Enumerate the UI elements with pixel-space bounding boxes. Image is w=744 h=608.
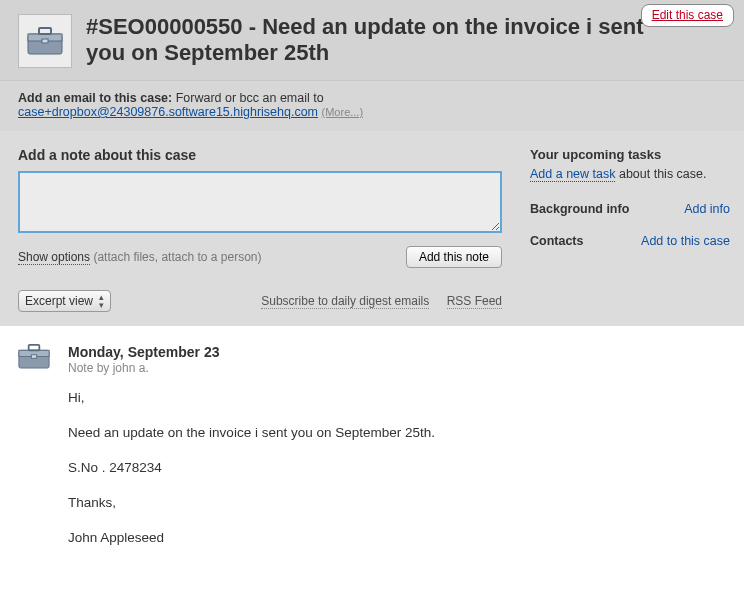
show-options-link[interactable]: Show options: [18, 250, 90, 265]
note-paragraph: Hi,: [68, 389, 468, 408]
edit-case-link[interactable]: Edit this case: [652, 8, 723, 22]
background-info-heading: Background info: [530, 202, 629, 216]
dropbox-email-link[interactable]: case+dropbox@24309876.software15.highris…: [18, 105, 318, 119]
add-task-suffix: about this case.: [615, 167, 706, 181]
email-bar-instruction: Forward or bcc an email to: [172, 91, 323, 105]
note-date: Monday, September 23: [68, 344, 726, 360]
svg-rect-7: [31, 355, 36, 359]
case-header: Edit this case #SEO00000550 - Need an up…: [0, 0, 744, 80]
add-note-heading: Add a note about this case: [18, 147, 502, 163]
note-paragraph: S.No . 2478234: [68, 459, 468, 478]
email-bar-more[interactable]: (More...): [322, 106, 364, 118]
note-textarea[interactable]: [18, 171, 502, 233]
svg-rect-6: [29, 345, 40, 350]
view-mode-select[interactable]: Excerpt view ▴▾: [18, 290, 111, 312]
svg-rect-3: [42, 39, 48, 43]
case-icon-box: [18, 14, 72, 68]
note-paragraph: Need an update on the invoice i sent you…: [68, 424, 468, 443]
upcoming-tasks-heading: Your upcoming tasks: [530, 147, 730, 162]
contacts-heading: Contacts: [530, 234, 583, 248]
note-content: Hi, Need an update on the invoice i sent…: [68, 389, 726, 547]
add-contact-link[interactable]: Add to this case: [641, 234, 730, 248]
briefcase-icon: [18, 344, 50, 369]
case-title: #SEO00000550 - Need an update on the inv…: [86, 14, 666, 67]
note-author-meta: Note by john a.: [68, 361, 726, 375]
rss-feed-link[interactable]: RSS Feed: [447, 294, 502, 309]
note-thread: Monday, September 23 Note by john a. Hi,…: [0, 326, 744, 593]
view-toolbar: Excerpt view ▴▾ Subscribe to daily diges…: [18, 290, 502, 312]
svg-rect-2: [39, 28, 51, 34]
add-note-button[interactable]: Add this note: [406, 246, 502, 268]
note-paragraph: Thanks,: [68, 494, 468, 513]
show-options-wrap: Show options (attach files, attach to a …: [18, 250, 261, 264]
email-bar-label: Add an email to this case:: [18, 91, 172, 105]
edit-case-pill: Edit this case: [641, 4, 734, 27]
view-mode-label: Excerpt view: [25, 294, 93, 308]
left-column: Add a note about this case Show options …: [0, 131, 520, 326]
updown-icon: ▴▾: [99, 293, 104, 309]
briefcase-icon: [27, 27, 63, 55]
add-task-link[interactable]: Add a new task: [530, 167, 615, 182]
email-forward-bar: Add an email to this case: Forward or bc…: [0, 80, 744, 131]
right-column: Your upcoming tasks Add a new task about…: [520, 131, 744, 326]
add-background-info-link[interactable]: Add info: [684, 202, 730, 216]
note-paragraph: John Appleseed: [68, 529, 468, 548]
subscribe-digest-link[interactable]: Subscribe to daily digest emails: [261, 294, 429, 309]
main-area: Add a note about this case Show options …: [0, 131, 744, 326]
show-options-hint: (attach files, attach to a person): [90, 250, 261, 264]
